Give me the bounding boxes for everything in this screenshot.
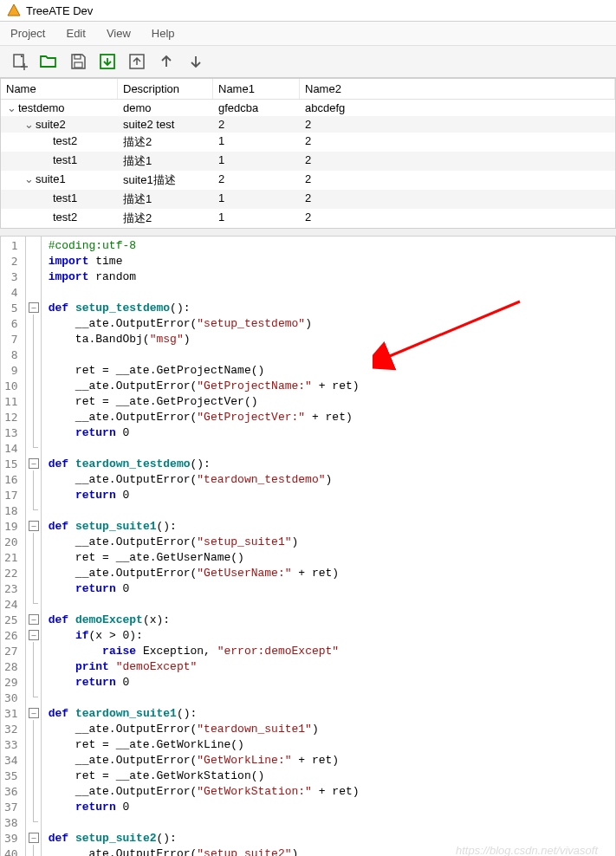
- tree-header: Name Description Name1 Name2: [1, 79, 615, 100]
- tree-table: Name Description Name1 Name2 ⌄testdemode…: [0, 78, 616, 229]
- move-up-button[interactable]: [154, 49, 178, 74]
- tree-row[interactable]: test1描述112: [1, 152, 615, 171]
- menu-help[interactable]: Help: [141, 23, 185, 43]
- code-editor[interactable]: 1234567891011121314151617181920212223242…: [0, 236, 616, 856]
- app-icon: [7, 3, 21, 17]
- tree-row[interactable]: ⌄testdemodemogfedcbaabcdefg: [1, 100, 615, 116]
- tree-body: ⌄testdemodemogfedcbaabcdefg⌄suite2suite2…: [1, 100, 615, 228]
- export-button[interactable]: [125, 49, 149, 74]
- tree-row[interactable]: ⌄suite2suite2 test22: [1, 116, 615, 133]
- import-button[interactable]: [95, 49, 120, 74]
- save-button[interactable]: [66, 49, 90, 74]
- svg-rect-5: [75, 62, 82, 68]
- header-name[interactable]: Name: [1, 79, 118, 99]
- expander-icon[interactable]: ⌄: [23, 172, 34, 185]
- tree-row[interactable]: test2描述212: [1, 209, 615, 228]
- header-desc[interactable]: Description: [118, 79, 213, 99]
- expander-icon[interactable]: ⌄: [23, 118, 34, 131]
- watermark: https://blog.csdn.net/vivasoft: [456, 844, 598, 856]
- app-title: TreeATE Dev: [26, 4, 93, 17]
- titlebar: TreeATE Dev: [0, 0, 616, 22]
- menu-view[interactable]: View: [96, 23, 141, 43]
- line-number-gutter: 1234567891011121314151617181920212223242…: [1, 237, 26, 856]
- tree-row[interactable]: test1描述112: [1, 190, 615, 209]
- open-folder-button[interactable]: [36, 49, 61, 74]
- header-name1[interactable]: Name1: [213, 79, 300, 99]
- header-name2[interactable]: Name2: [300, 79, 615, 99]
- new-file-button[interactable]: [7, 49, 31, 74]
- move-down-button[interactable]: [184, 49, 208, 74]
- menu-project[interactable]: Project: [0, 23, 55, 43]
- menu-edit[interactable]: Edit: [55, 23, 95, 43]
- fold-gutter[interactable]: [26, 237, 42, 856]
- tree-row[interactable]: ⌄suite1suite1描述22: [1, 171, 615, 190]
- tree-row[interactable]: test2描述212: [1, 133, 615, 152]
- svg-marker-0: [8, 4, 20, 16]
- menubar: Project Edit View Help: [0, 22, 616, 46]
- code-area[interactable]: #coding:utf-8import timeimport random de…: [42, 237, 615, 856]
- toolbar: [0, 46, 616, 78]
- expander-icon[interactable]: ⌄: [6, 101, 16, 114]
